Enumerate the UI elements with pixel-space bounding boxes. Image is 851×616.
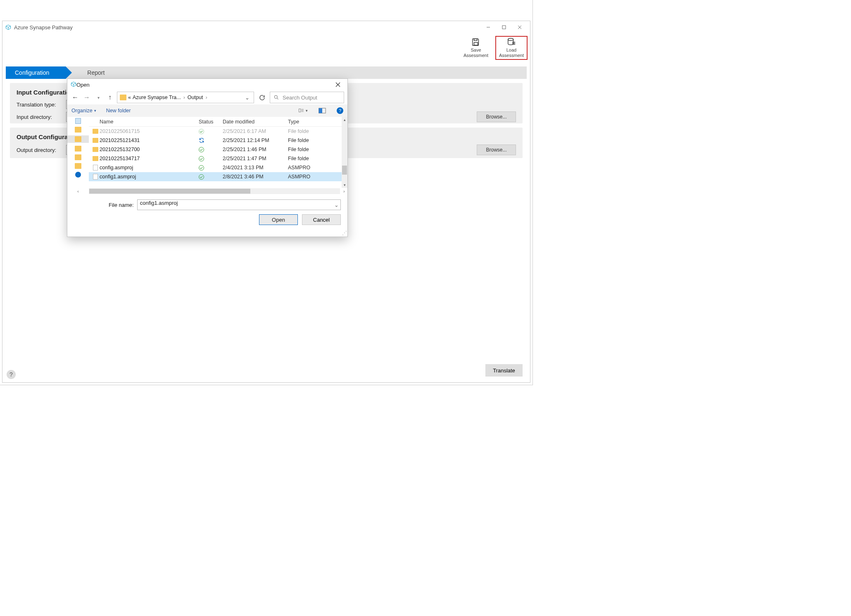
filename-dropdown[interactable]: ⌄ <box>334 202 339 208</box>
file-date: 2/25/2021 12:14 PM <box>223 137 288 143</box>
help-button[interactable]: ? <box>7 370 16 379</box>
refresh-button[interactable] <box>257 92 267 103</box>
address-bar[interactable]: « Azure Synapse Tra... › Output › ⌄ <box>117 92 254 103</box>
app-title: Azure Synapse Pathway <box>14 24 73 31</box>
dialog-title: Open <box>76 82 90 88</box>
hscroll-right-arrow[interactable]: › <box>341 189 347 194</box>
vertical-scrollbar[interactable]: ▴ ▾ <box>342 117 347 188</box>
address-ellipsis: « <box>128 95 131 100</box>
search-placeholder: Search Output <box>283 95 317 101</box>
title-bar: Azure Synapse Pathway <box>2 21 530 33</box>
translation-type-label: Translation type: <box>17 102 62 108</box>
scroll-thumb[interactable] <box>342 166 347 175</box>
file-status <box>199 129 223 134</box>
translate-button[interactable]: Translate <box>485 364 523 377</box>
dialog-title-bar: Open <box>67 79 347 90</box>
svg-point-16 <box>274 95 277 98</box>
database-load-icon <box>507 38 516 47</box>
open-button[interactable]: Open <box>259 214 298 225</box>
preview-pane-button[interactable] <box>318 106 327 115</box>
nav-back-button[interactable]: ← <box>71 93 80 102</box>
file-name: 20210225134717 <box>100 156 199 161</box>
folder-icon <box>91 138 100 143</box>
tab-configuration[interactable]: Configuration <box>6 66 66 79</box>
file-row[interactable]: config1.asmproj2/8/2021 3:46 PMASMPRO <box>89 172 347 181</box>
save-assessment-button[interactable]: Save Assessment <box>460 36 492 60</box>
file-row[interactable]: 202102251327002/25/2021 1:46 PMFile fold… <box>89 145 347 154</box>
dialog-button-row: Open Cancel <box>67 214 347 230</box>
file-date: 2/25/2021 6:17 AM <box>223 128 288 134</box>
file-status <box>199 165 223 171</box>
file-area: Name Status Date modified Type 202102250… <box>67 117 347 188</box>
minimize-button[interactable] <box>480 21 496 33</box>
address-seg-1[interactable]: Azure Synapse Tra... <box>133 95 181 100</box>
tab-report[interactable]: Report <box>78 66 114 79</box>
resize-grip[interactable]: ⋰ <box>342 231 347 236</box>
nav-tree[interactable] <box>67 117 89 188</box>
maximize-button[interactable] <box>496 21 512 33</box>
svg-line-17 <box>277 98 278 99</box>
hscroll-thumb[interactable] <box>89 189 250 194</box>
scroll-down-arrow[interactable]: ▾ <box>342 182 347 188</box>
save-assessment-label: Save Assessment <box>464 47 488 58</box>
nav-recent-dropdown[interactable]: ▾ <box>94 93 103 102</box>
file-date: 2/4/2021 3:13 PM <box>223 165 288 171</box>
chevron-down-icon: ▾ <box>94 109 96 113</box>
file-type: File folde <box>288 128 318 134</box>
window-controls <box>480 21 528 33</box>
organize-label: Organize <box>71 108 93 114</box>
step-breadcrumb: Configuration Report <box>6 66 527 79</box>
col-date[interactable]: Date modified <box>223 119 288 125</box>
input-browse-button[interactable]: Browse... <box>477 111 516 122</box>
col-type[interactable]: Type <box>288 119 318 125</box>
load-assessment-label: Load Assessment <box>499 47 524 58</box>
tree-folder-icon <box>75 127 81 133</box>
svg-rect-6 <box>474 39 477 41</box>
folder-icon <box>91 129 100 134</box>
column-headers[interactable]: Name Status Date modified Type <box>89 117 347 127</box>
file-status <box>199 147 223 152</box>
nav-up-button[interactable]: ↑ <box>105 93 114 102</box>
address-seg-2[interactable]: Output <box>188 95 203 100</box>
file-date: 2/25/2021 1:46 PM <box>223 147 288 152</box>
load-assessment-button[interactable]: Load Assessment <box>495 36 528 60</box>
cancel-button[interactable]: Cancel <box>302 214 341 225</box>
file-row[interactable]: 202102251347172/25/2021 1:47 PMFile fold… <box>89 154 347 163</box>
filename-field[interactable]: config1.asmproj ⌄ <box>137 199 341 210</box>
organize-menu[interactable]: Organize ▾ <box>71 108 96 114</box>
tree-selected-item <box>67 135 89 143</box>
folder-icon <box>91 147 100 152</box>
file-date: 2/25/2021 1:47 PM <box>223 156 288 161</box>
dialog-nav-bar: ← → ▾ ↑ « Azure Synapse Tra... › Output … <box>67 90 347 104</box>
tree-folder-icon <box>75 146 81 152</box>
address-dropdown[interactable]: ⌄ <box>243 95 251 101</box>
file-row[interactable]: config.asmproj2/4/2021 3:13 PMASMPRO <box>89 163 347 172</box>
file-status <box>199 137 223 143</box>
svg-point-8 <box>508 38 513 41</box>
output-browse-button[interactable]: Browse... <box>477 145 516 155</box>
filename-row: File name: config1.asmproj ⌄ <box>67 194 347 214</box>
app-icon <box>5 24 12 31</box>
file-row[interactable]: 202102250617152/25/2021 6:17 AMFile fold… <box>89 127 347 136</box>
tab-configuration-label: Configuration <box>15 69 49 76</box>
horizontal-scrollbar[interactable] <box>89 188 340 194</box>
file-status <box>199 174 223 180</box>
open-file-dialog: Open ← → ▾ ↑ « Azure Synapse Tra... › Ou… <box>67 78 348 237</box>
search-box[interactable]: Search Output <box>270 92 344 103</box>
dialog-close-button[interactable] <box>332 79 344 90</box>
file-type: ASMPRO <box>288 165 318 171</box>
file-row[interactable]: 202102251214312/25/2021 12:14 PMFile fol… <box>89 136 347 145</box>
svg-rect-3 <box>502 26 506 29</box>
scroll-up-arrow[interactable]: ▴ <box>342 117 347 123</box>
tree-collapse-icon[interactable]: ‹ <box>75 189 81 194</box>
nav-forward-button[interactable]: → <box>82 93 91 102</box>
col-name[interactable]: Name <box>91 119 199 125</box>
chevron-right-icon: › <box>183 95 185 100</box>
svg-rect-18 <box>299 109 301 112</box>
view-mode-button[interactable]: ▾ <box>299 106 308 115</box>
col-status[interactable]: Status <box>199 119 223 125</box>
dialog-help-button[interactable]: ? <box>337 107 343 114</box>
file-name: config1.asmproj <box>100 174 199 180</box>
new-folder-button[interactable]: New folder <box>106 108 131 114</box>
close-button[interactable] <box>512 21 528 33</box>
